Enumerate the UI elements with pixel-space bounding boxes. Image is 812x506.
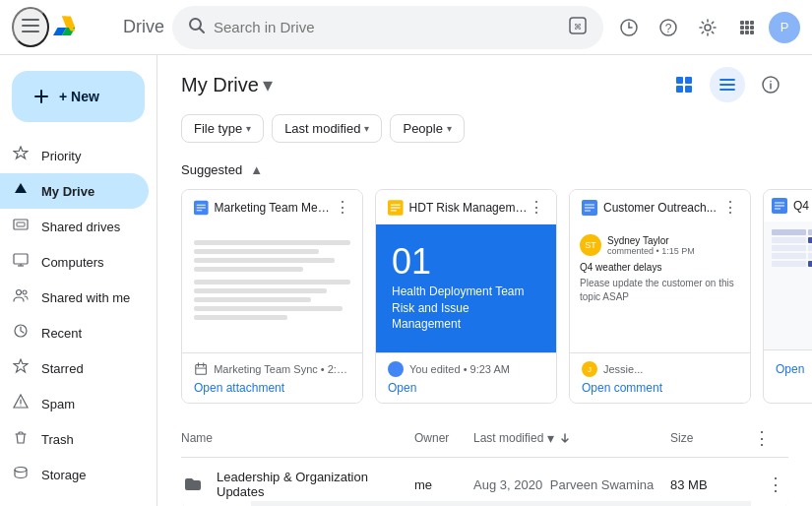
avatar[interactable]: P (769, 12, 800, 43)
svg-point-45 (15, 468, 27, 473)
leadership-size: 83 MB (670, 477, 749, 492)
last-modified-filter[interactable]: Last modified ▾ (272, 114, 382, 143)
col-modified-header[interactable]: Last modified ▾ (473, 430, 670, 446)
commenter-name: Sydney Taylor (607, 235, 695, 246)
sidebar-item-priority[interactable]: Priority (0, 138, 149, 173)
sidebar-item-trash[interactable]: Trash (0, 421, 149, 457)
sidebar-item-recent[interactable]: Recent (0, 315, 149, 350)
calendar-icon (194, 361, 208, 377)
priority-label: Priority (41, 149, 81, 163)
hamburger-button[interactable] (12, 7, 49, 47)
keyboard-shortcut-icon[interactable]: ⌘ (568, 16, 588, 38)
card-q4-header: Q4 Pr... (764, 190, 812, 221)
card-customer-title: Customer Outreach... (603, 201, 717, 215)
card-hdt[interactable]: HDT Risk Management ⋮ 01 Health Deployme… (375, 189, 557, 404)
comment-body: Please update the customer on this topic… (580, 277, 740, 304)
quick-access-button[interactable] (611, 10, 647, 45)
title-dropdown-icon[interactable]: ▾ (263, 73, 273, 96)
svg-text:?: ? (665, 22, 672, 35)
sidebar-item-shared-with-me[interactable]: Shared with me (0, 280, 149, 315)
file-name-leadership: Leadership & Organization Updates (217, 470, 414, 499)
q4-table-preview (772, 229, 812, 267)
grid-view-button[interactable] (666, 67, 702, 102)
svg-rect-23 (745, 21, 749, 25)
sidebar-item-shared-drives[interactable]: Shared drives (0, 209, 149, 244)
recent-label: Recent (41, 326, 82, 341)
card-hdt-header: HDT Risk Management ⋮ (376, 190, 556, 224)
card-marketing-title-row: Marketing Team Meetin... (194, 200, 335, 216)
svg-point-44 (21, 406, 22, 407)
filter-bar: File type ▾ Last modified ▾ People ▾ (157, 110, 812, 155)
svg-rect-34 (14, 220, 28, 229)
last-modified-label: Last modified (284, 121, 360, 136)
sidebar-item-computers[interactable]: Computers (0, 244, 149, 280)
search-bar[interactable]: ⌘ (172, 6, 603, 49)
card-marketing[interactable]: Marketing Team Meetin... ⋮ (181, 189, 363, 404)
col-actions-icon[interactable]: ⋮ (749, 424, 775, 452)
suggested-toggle[interactable]: ▲ (250, 162, 263, 177)
leadership-menu[interactable]: ⋮ (749, 470, 788, 499)
commenter-avatar: ST (580, 234, 601, 256)
storage-icon (12, 465, 30, 484)
card-q4-footer: Open (764, 349, 812, 384)
svg-rect-22 (740, 21, 744, 25)
svg-rect-28 (740, 31, 744, 34)
card-marketing-footer: Marketing Team Sync • 2:30 PM Open attac… (182, 352, 362, 403)
computers-label: Computers (41, 255, 104, 270)
file-type-filter[interactable]: File type ▾ (181, 114, 264, 143)
apps-button[interactable] (729, 10, 765, 45)
card-hdt-footer-row: You edited • 9:23 AM (388, 361, 544, 377)
card-customer-menu[interactable]: ⋮ (722, 198, 738, 217)
main-layout: + New Priority My Drive Shared drives Co (0, 55, 812, 506)
sidebar-item-spam[interactable]: Spam (0, 386, 149, 421)
people-arrow: ▾ (447, 123, 452, 134)
leadership-name: Leadership & Organization Updates (217, 470, 414, 499)
doc-yellow-icon (388, 200, 404, 216)
card-hdt-title-row: HDT Risk Management (388, 200, 529, 216)
card-q4-action[interactable]: Open (776, 362, 812, 376)
leadership-three-dot[interactable]: ⋮ (763, 470, 788, 499)
card-marketing-footer-text: Marketing Team Sync • 2:30 PM (214, 363, 350, 375)
suggested-label: Suggested (181, 162, 242, 177)
card-q4[interactable]: Q4 Pr... Open (763, 189, 812, 404)
card-customer-footer-row: J Jessie... (582, 361, 738, 377)
svg-rect-25 (740, 26, 744, 30)
spam-label: Spam (41, 397, 75, 411)
hdt-number: 01 (392, 244, 431, 280)
search-input[interactable] (214, 19, 560, 35)
sidebar-item-starred[interactable]: Starred (0, 350, 149, 386)
settings-button[interactable] (690, 10, 725, 45)
shared-drives-icon (12, 217, 30, 236)
customer-avatar: J (582, 361, 597, 377)
table-header: Name Owner Last modified ▾ Size ⋮ (181, 419, 788, 458)
card-marketing-footer-row: Marketing Team Sync • 2:30 PM (194, 361, 350, 377)
info-button[interactable] (753, 67, 788, 102)
card-q4-title-row: Q4 Pr... (772, 198, 812, 214)
sidebar-item-storage[interactable]: Storage (0, 457, 149, 492)
svg-point-21 (705, 25, 711, 31)
svg-rect-47 (685, 77, 692, 84)
sidebar-item-my-drive[interactable]: My Drive (0, 173, 149, 209)
modified-col-label: Last modified (473, 431, 543, 445)
doc-icon (194, 200, 209, 216)
starred-icon (12, 358, 30, 378)
card-marketing-action[interactable]: Open attachment (194, 381, 350, 395)
card-customer-action[interactable]: Open comment (582, 381, 738, 395)
my-drive-label: My Drive (41, 184, 94, 199)
card-hdt-action[interactable]: Open (388, 381, 544, 395)
help-button[interactable]: ? (651, 10, 686, 45)
card-hdt-menu[interactable]: ⋮ (529, 198, 544, 217)
file-row-leadership[interactable]: Leadership & Organization Updates me Aug… (181, 462, 788, 506)
new-button[interactable]: + New (12, 71, 145, 122)
card-marketing-menu[interactable]: ⋮ (335, 198, 350, 217)
svg-point-39 (17, 290, 22, 295)
leadership-owner: me (414, 477, 473, 492)
card-marketing-title: Marketing Team Meetin... (215, 201, 335, 215)
my-drive-icon (12, 181, 30, 201)
list-view-button[interactable] (710, 67, 745, 102)
col-actions-header: ⋮ (749, 427, 788, 449)
cards-container: Marketing Team Meetin... ⋮ (157, 185, 812, 419)
content-area: My Drive ▾ File type ▾ (157, 55, 812, 506)
card-customer[interactable]: Customer Outreach... ⋮ ST Sydney Taylor … (569, 189, 751, 404)
people-filter[interactable]: People ▾ (390, 114, 464, 143)
